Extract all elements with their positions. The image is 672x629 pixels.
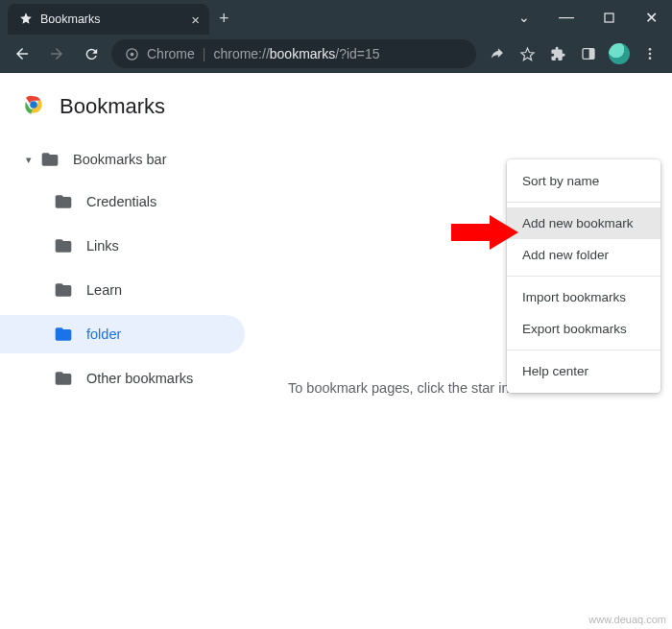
folder-icon — [54, 369, 73, 388]
tree-item[interactable]: Credentials — [0, 182, 245, 221]
tree-item[interactable]: Links — [0, 227, 245, 265]
window-titlebar: Bookmarks × + ⌄ — ✕ — [0, 0, 672, 35]
folder-icon — [54, 192, 73, 211]
folder-icon — [54, 280, 73, 300]
url-text: chrome://bookmarks/?id=15 — [213, 46, 379, 61]
reload-button[interactable] — [77, 39, 106, 68]
svg-point-6 — [649, 53, 652, 56]
tree-item[interactable]: Learn — [0, 271, 245, 309]
toolbar-right-icons — [482, 39, 664, 68]
tree-item-label: Links — [86, 238, 119, 254]
window-controls: ⌄ — ✕ — [503, 0, 672, 35]
folder-icon — [54, 325, 73, 344]
svg-point-7 — [649, 57, 652, 60]
svg-rect-4 — [589, 49, 594, 60]
browser-toolbar: Chrome | chrome://bookmarks/?id=15 — [0, 35, 672, 73]
svg-point-2 — [131, 52, 134, 56]
share-button[interactable] — [482, 39, 511, 68]
menu-item[interactable]: Add new bookmark — [507, 207, 660, 239]
new-tab-button[interactable]: + — [219, 9, 229, 29]
address-bar[interactable]: Chrome | chrome://bookmarks/?id=15 — [111, 39, 476, 68]
menu-item[interactable]: Add new folder — [507, 239, 660, 271]
bookmarks-page: Bookmarks ▾Bookmarks barCredentialsLinks… — [0, 73, 672, 629]
folder-icon — [40, 150, 60, 169]
folder-icon — [54, 236, 73, 255]
menu-item[interactable]: Sort by name — [507, 165, 660, 197]
back-button[interactable] — [8, 39, 36, 68]
tree-item-label: Learn — [86, 282, 122, 298]
svg-point-5 — [649, 48, 652, 51]
site-info-icon[interactable] — [125, 47, 139, 61]
star-icon — [19, 12, 33, 28]
tree-item[interactable]: ▾Bookmarks bar — [0, 140, 245, 179]
chrome-menu-button[interactable] — [636, 39, 664, 68]
menu-item[interactable]: Import bookmarks — [507, 281, 660, 313]
page-header: Bookmarks — [0, 73, 672, 133]
profile-avatar[interactable] — [605, 39, 634, 68]
context-menu: Sort by nameAdd new bookmarkAdd new fold… — [507, 159, 660, 393]
svg-rect-0 — [605, 13, 613, 22]
tree-item[interactable]: Other bookmarks — [0, 359, 245, 398]
bookmark-star-button[interactable] — [513, 39, 541, 68]
menu-item[interactable]: Export bookmarks — [507, 313, 660, 345]
menu-separator — [507, 350, 660, 351]
tab-title: Bookmarks — [40, 12, 101, 26]
tab-close-button[interactable]: × — [191, 12, 200, 27]
page-title: Bookmarks — [60, 94, 165, 119]
menu-separator — [507, 202, 660, 203]
menu-item[interactable]: Help center — [507, 355, 660, 387]
url-prefix: Chrome — [147, 46, 195, 61]
maximize-button[interactable] — [588, 0, 630, 35]
search-tabs-button[interactable]: ⌄ — [503, 0, 545, 35]
window-close-button[interactable]: ✕ — [630, 0, 672, 35]
tree-item[interactable]: folder — [0, 315, 245, 353]
browser-tab[interactable]: Bookmarks × — [8, 4, 209, 35]
expand-icon[interactable]: ▾ — [17, 154, 40, 166]
minimize-button[interactable]: — — [545, 0, 588, 35]
sidepanel-button[interactable] — [574, 39, 603, 68]
chrome-logo-icon — [21, 92, 46, 121]
tree-item-label: folder — [86, 327, 121, 342]
forward-button[interactable] — [42, 39, 71, 68]
watermark-text: www.deuaq.com — [588, 614, 666, 625]
tree-item-label: Bookmarks bar — [73, 152, 167, 167]
menu-separator — [507, 276, 660, 277]
tree-item-label: Other bookmarks — [86, 371, 193, 386]
tree-item-label: Credentials — [86, 194, 156, 209]
extensions-button[interactable] — [543, 39, 572, 68]
